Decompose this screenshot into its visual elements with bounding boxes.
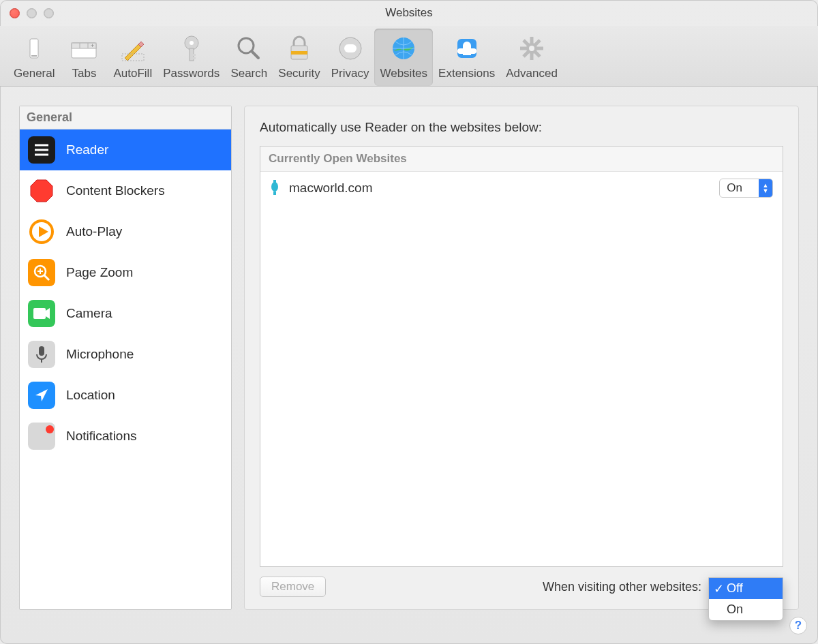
tab-passwords[interactable]: Passwords [157, 29, 225, 86]
tab-label: Security [278, 67, 320, 80]
sidebar-item-notifications[interactable]: Notifications [20, 416, 231, 457]
list-header: Currently Open Websites [260, 147, 783, 172]
help-button[interactable]: ? [789, 617, 807, 634]
tab-label: Privacy [331, 67, 369, 80]
svg-point-26 [529, 46, 534, 51]
sidebar-item-location[interactable]: Location [20, 375, 231, 416]
website-setting-select[interactable]: On ▲▼ [719, 179, 773, 198]
websites-list: Currently Open Websites macworld.com On … [260, 146, 783, 567]
main-heading: Automatically use Reader on the websites… [260, 120, 783, 135]
other-websites-label: When visiting other websites: [543, 580, 701, 594]
svg-rect-16 [291, 51, 307, 55]
tab-tabs[interactable]: + Tabs [60, 29, 108, 86]
dropdown-option-off[interactable]: Off [709, 578, 783, 599]
sidebar: General Reader Content Blockers Auto-Pla… [19, 106, 232, 610]
remove-button[interactable]: Remove [260, 577, 326, 597]
sidebar-item-content-blockers[interactable]: Content Blockers [20, 170, 231, 211]
search-icon [233, 33, 264, 64]
tab-label: Websites [380, 67, 427, 80]
sidebar-item-microphone[interactable]: Microphone [20, 334, 231, 375]
websites-icon [388, 33, 419, 64]
svg-line-14 [252, 51, 258, 58]
autofill-icon [117, 33, 149, 64]
sidebar-item-label: Notifications [66, 429, 137, 444]
zoom-window-button[interactable] [44, 8, 54, 18]
select-arrows-icon: ▲▼ [759, 179, 772, 197]
security-icon [284, 33, 315, 64]
svg-rect-44 [273, 180, 276, 183]
main-panel: Automatically use Reader on the websites… [244, 106, 799, 610]
sidebar-item-label: Reader [66, 142, 108, 157]
website-row[interactable]: macworld.com On ▲▼ [260, 172, 783, 204]
svg-point-9 [190, 41, 194, 45]
camera-icon [28, 300, 55, 327]
sidebar-item-label: Camera [66, 306, 112, 321]
content-blockers-icon [28, 177, 55, 204]
tab-label: Extensions [438, 67, 495, 80]
tab-general[interactable]: General [8, 29, 60, 86]
tab-extensions[interactable]: Extensions [433, 29, 500, 86]
notifications-icon [28, 423, 55, 450]
passwords-icon [176, 33, 207, 64]
sidebar-item-label: Location [66, 388, 115, 403]
sidebar-item-camera[interactable]: Camera [20, 293, 231, 334]
other-websites-dropdown[interactable]: Off On [708, 577, 783, 621]
tab-security[interactable]: Security [273, 29, 325, 86]
sidebar-item-reader[interactable]: Reader [20, 129, 231, 170]
prefs-toolbar: General + Tabs AutoFill Passwords Search [0, 26, 818, 87]
tab-advanced[interactable]: Advanced [500, 29, 563, 86]
content-area: General Reader Content Blockers Auto-Pla… [0, 87, 818, 629]
footer-bar: Remove When visiting other websites: Off… [260, 567, 783, 597]
notification-badge-icon [46, 425, 54, 433]
preferences-window: Websites General + Tabs AutoFill Passwor… [0, 0, 818, 644]
svg-rect-40 [39, 346, 44, 356]
svg-rect-0 [30, 39, 38, 58]
select-value: On [727, 181, 759, 195]
svg-rect-11 [192, 54, 196, 56]
advanced-icon [516, 33, 547, 64]
tabs-icon: + [68, 33, 100, 64]
sidebar-item-page-zoom[interactable]: Page Zoom [20, 252, 231, 293]
svg-marker-39 [46, 308, 50, 319]
tab-websites[interactable]: Websites [374, 29, 433, 86]
window-title: Websites [0, 6, 818, 20]
svg-line-35 [44, 275, 49, 280]
tab-label: AutoFill [113, 67, 152, 80]
close-window-button[interactable] [10, 8, 20, 18]
svg-rect-12 [192, 57, 196, 59]
svg-marker-30 [31, 180, 52, 202]
site-favicon-icon [270, 180, 281, 196]
svg-rect-1 [31, 55, 37, 57]
tab-search[interactable]: Search [225, 29, 273, 86]
sidebar-item-label: Auto-Play [66, 224, 122, 239]
microphone-icon [28, 341, 55, 368]
extensions-icon [451, 33, 483, 64]
svg-text:+: + [91, 42, 94, 49]
tab-label: Tabs [72, 67, 97, 80]
tab-label: Passwords [163, 67, 219, 80]
auto-play-icon [28, 218, 55, 245]
location-icon [28, 382, 55, 409]
svg-rect-18 [344, 44, 357, 52]
tab-autofill[interactable]: AutoFill [108, 29, 157, 86]
svg-marker-42 [35, 389, 48, 401]
traffic-lights [0, 8, 54, 18]
privacy-icon [335, 33, 366, 64]
general-icon [18, 33, 50, 64]
reader-icon [28, 136, 55, 164]
sidebar-item-label: Page Zoom [66, 265, 133, 280]
dropdown-option-on[interactable]: On [709, 599, 783, 620]
website-domain: macworld.com [289, 181, 711, 196]
titlebar: Websites [0, 0, 818, 26]
svg-rect-38 [33, 308, 46, 319]
sidebar-item-auto-play[interactable]: Auto-Play [20, 211, 231, 252]
tab-label: Search [230, 67, 267, 80]
tab-label: General [14, 67, 55, 80]
sidebar-section-header: General [20, 106, 231, 129]
tab-privacy[interactable]: Privacy [326, 29, 375, 86]
svg-rect-45 [273, 191, 276, 195]
minimize-window-button[interactable] [27, 8, 37, 18]
tab-label: Advanced [506, 67, 558, 80]
page-zoom-icon [28, 259, 55, 286]
sidebar-item-label: Microphone [66, 347, 134, 362]
